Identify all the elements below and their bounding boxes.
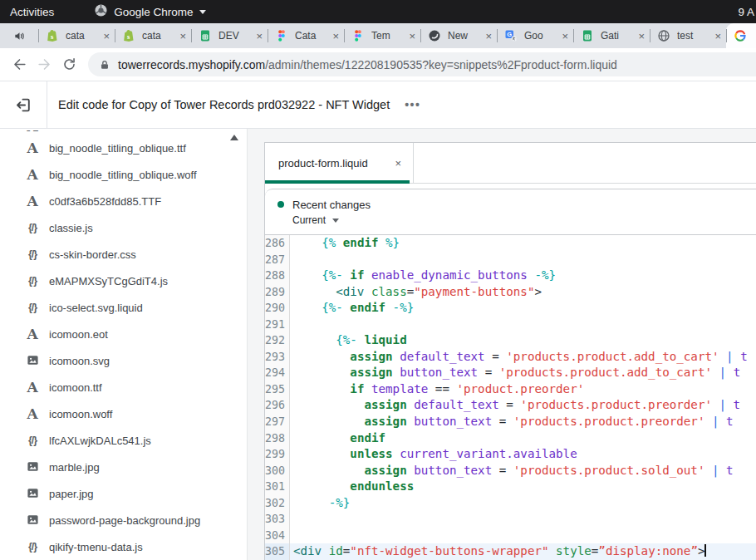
file-name: qikify-tmenu-data.js <box>49 541 143 553</box>
browser-tab[interactable]: scata× <box>38 23 115 48</box>
forward-button[interactable] <box>32 52 56 77</box>
app-menu-button[interactable]: Google Chrome <box>94 3 205 20</box>
code-text[interactable]: {%- endif -%} <box>290 300 756 317</box>
file-name: classie.js <box>49 222 93 234</box>
scroll-up-icon[interactable] <box>230 135 238 140</box>
tab-audio-indicator[interactable] <box>0 23 38 48</box>
browser-tab[interactable]: Gati× <box>573 23 650 48</box>
more-actions-button[interactable]: ••• <box>405 98 420 111</box>
file-name: icomoon.svg <box>49 355 110 367</box>
editor-tab-bar: product-form.liquid × <box>265 143 756 184</box>
version-label: Current <box>292 214 326 226</box>
url-path: /admin/themes/122208190535?key=snippets%… <box>265 58 617 71</box>
line-number: 294 <box>265 365 290 381</box>
tab-close-icon[interactable]: × <box>179 31 186 42</box>
editor-tab-product-form[interactable]: product-form.liquid × <box>265 143 414 183</box>
code-text[interactable]: assign button_text = 'products.product.p… <box>290 414 756 430</box>
screen: Activities Google Chrome 9 A scata×scata… <box>0 0 756 560</box>
code-text[interactable]: assign default_text = 'products.product.… <box>290 349 756 366</box>
line-number: 288 <box>265 268 290 284</box>
code-editor[interactable]: 286 {% endif %}287288 {%- if enable_dyna… <box>265 235 756 560</box>
file-item[interactable]: {/}lfcAXLwjkDALc541.js <box>0 427 247 454</box>
file-name: c0df3a6b528fdd85.TTF <box>49 195 161 208</box>
browser-tab-label: test <box>677 30 712 42</box>
tab-close-icon[interactable]: × <box>409 31 415 42</box>
code-text[interactable] <box>290 511 756 528</box>
font-file-icon: A <box>25 381 40 395</box>
file-name: password-page-background.jpg <box>49 514 200 527</box>
browser-tab[interactable]: GGoo× <box>497 23 573 48</box>
file-item[interactable]: Abig_noodle_titling_oblique.woff <box>0 161 247 188</box>
browser-tab[interactable]: test× <box>650 23 726 48</box>
browser-tab[interactable]: DEV× <box>191 23 268 48</box>
file-item[interactable]: {/}qikify-tmenu-data.js <box>0 533 247 560</box>
file-item[interactable]: {/}eMAPMXSyTCgGdiT4.js <box>0 268 247 294</box>
file-item[interactable]: {/}ico-select.svg.liquid <box>0 294 247 321</box>
file-item[interactable]: password-page-background.jpg <box>0 507 247 533</box>
file-item[interactable]: Aicomoon.woff <box>0 400 247 427</box>
file-item[interactable]: marble.jpg <box>0 454 247 480</box>
tab-close-icon[interactable]: × <box>485 31 492 42</box>
code-text[interactable]: if template == 'product.preorder' <box>290 381 756 398</box>
code-text[interactable]: endif <box>290 430 756 447</box>
browser-tab-active-partial[interactable] <box>726 23 756 48</box>
address-bar[interactable]: towerrecords.myshopify.com/admin/themes/… <box>88 52 756 76</box>
close-icon[interactable]: × <box>395 157 401 169</box>
browser-tab-label: cata <box>66 30 101 42</box>
code-text[interactable]: assign button_text = 'products.product.s… <box>290 463 756 479</box>
recent-changes-panel: Recent changes Current <box>265 189 756 235</box>
lock-icon[interactable] <box>99 59 110 71</box>
recent-changes-label: Recent changes <box>292 199 371 211</box>
tab-close-icon[interactable]: × <box>638 31 645 42</box>
url-host: towerrecords.myshopify.com <box>118 58 265 71</box>
figma-icon <box>351 29 365 42</box>
code-text[interactable]: <div class="payment-buttons"> <box>290 284 756 301</box>
code-line: 286 {% endif %} <box>265 235 756 252</box>
file-list: Abig_noodle_titling_oblique.ttfAbig_nood… <box>0 135 247 560</box>
tab-close-icon[interactable]: × <box>103 31 110 42</box>
browser-tab[interactable]: Cata× <box>268 23 344 48</box>
browser-tab-label: Tem <box>371 30 406 42</box>
version-dropdown[interactable]: Current <box>292 213 756 228</box>
code-line: 304 <box>265 528 756 544</box>
app-menu-label: Google Chrome <box>114 6 193 18</box>
status-dot <box>277 201 284 208</box>
file-item[interactable]: paper.jpg <box>0 480 247 507</box>
tab-close-icon[interactable]: × <box>714 31 721 42</box>
activities-button[interactable]: Activities <box>10 6 54 18</box>
system-clock[interactable]: 9 A <box>738 6 754 18</box>
file-item[interactable]: {/}cs-skin-border.css <box>0 241 247 268</box>
file-item[interactable]: Aicomoon.ttf <box>0 374 247 400</box>
code-text[interactable]: {%- if enable_dynamic_buttons -%} <box>290 268 756 284</box>
code-text[interactable]: unless current_variant.available <box>290 446 756 463</box>
browser-tab[interactable]: New× <box>420 23 497 48</box>
back-button[interactable] <box>7 52 32 77</box>
tab-close-icon[interactable]: × <box>562 31 568 42</box>
code-text[interactable] <box>290 528 756 544</box>
file-item[interactable]: {/}classie.js <box>0 214 247 241</box>
code-text[interactable]: {% endif %} <box>290 235 756 252</box>
file-item[interactable]: icomoon.svg <box>0 347 247 374</box>
code-text[interactable]: endunless <box>290 479 756 495</box>
code-text[interactable]: assign default_text = 'products.product.… <box>290 397 756 414</box>
url-text: towerrecords.myshopify.com/admin/themes/… <box>118 58 617 71</box>
browser-tab-label: Cata <box>295 30 330 42</box>
code-text[interactable]: assign button_text = 'products.product.a… <box>290 365 756 381</box>
reload-button[interactable] <box>56 52 81 77</box>
tab-close-icon[interactable]: × <box>256 31 263 42</box>
browser-tab[interactable]: scata× <box>115 23 191 48</box>
code-text[interactable] <box>290 317 756 333</box>
line-number: 304 <box>265 528 290 544</box>
file-name: big_noodle_titling_oblique.woff <box>49 169 197 181</box>
code-text[interactable]: {%- liquid <box>290 332 756 349</box>
file-item[interactable]: Ac0df3a6b528fdd85.TTF <box>0 188 247 214</box>
tab-close-icon[interactable]: × <box>332 31 339 42</box>
exit-code-editor-button[interactable] <box>0 81 47 128</box>
code-text[interactable] <box>290 252 756 268</box>
file-item[interactable]: Abig_noodle_titling_oblique.ttf <box>0 135 247 161</box>
image-file-icon <box>25 513 40 528</box>
code-text[interactable]: <div id="nft-widget-buttons-wrapper" sty… <box>290 543 756 560</box>
browser-tab[interactable]: Tem× <box>344 23 420 48</box>
code-text[interactable]: -%} <box>290 495 756 512</box>
file-item[interactable]: Aicomoon.eot <box>0 321 247 347</box>
